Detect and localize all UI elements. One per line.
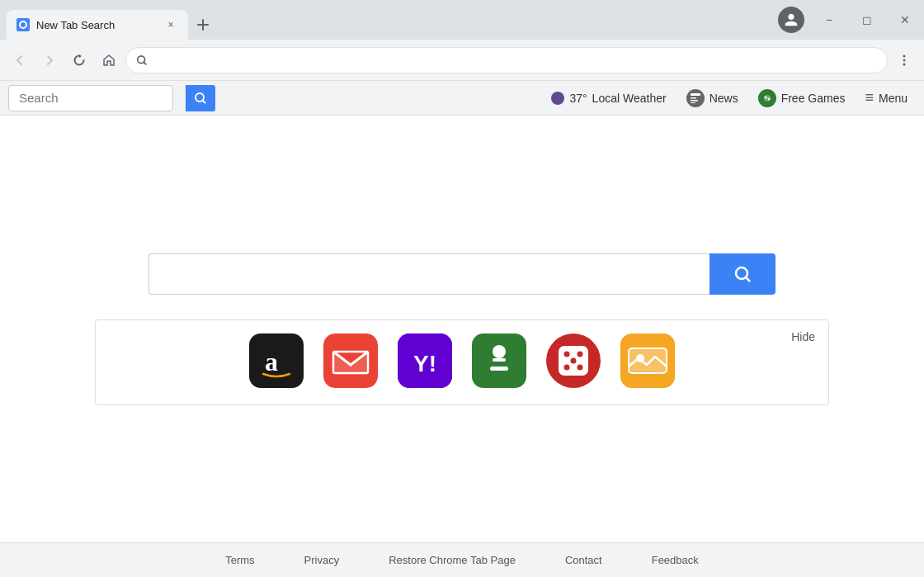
free-games-button[interactable]: Free Games [750, 85, 854, 111]
footer-terms[interactable]: Terms [225, 554, 254, 566]
tab-favicon [16, 18, 30, 31]
weather-icon [551, 92, 564, 105]
footer-contact[interactable]: Contact [565, 554, 602, 566]
svg-point-26 [578, 351, 583, 357]
svg-rect-5 [691, 93, 700, 96]
svg-rect-8 [691, 102, 695, 103]
toolbar-search-button[interactable] [186, 85, 215, 111]
amazon-icon: a [249, 333, 304, 388]
tab-title: New Tab Search [36, 19, 157, 31]
toolbar-search-wrap [8, 85, 173, 111]
refresh-button[interactable] [66, 47, 92, 73]
minimize-button[interactable]: − [810, 0, 848, 40]
news-icon [686, 89, 705, 107]
browser-menu-button[interactable] [891, 47, 917, 73]
shortcuts-row: a [112, 333, 812, 388]
news-label: News [710, 92, 738, 105]
svg-text:Y!: Y! [413, 350, 436, 376]
menu-icon: ≡ [865, 89, 874, 106]
weather-temp: 37° [569, 92, 587, 105]
footer-restore[interactable]: Restore Chrome Tab Page [389, 554, 516, 566]
menu-label: Menu [879, 92, 908, 105]
svg-point-1 [903, 54, 906, 57]
shortcut-photos[interactable] [620, 333, 675, 388]
address-bar [0, 40, 924, 81]
profile-icon [778, 7, 804, 33]
close-button[interactable]: ✕ [886, 0, 924, 40]
shortcut-gmail[interactable] [323, 333, 378, 388]
shortcut-amazon[interactable]: a [249, 333, 304, 388]
forward-button[interactable] [36, 47, 63, 73]
svg-point-27 [571, 357, 577, 363]
toolbar: 37° Local Weather News [0, 81, 924, 116]
shortcut-chess[interactable] [472, 333, 526, 388]
footer-privacy[interactable]: Privacy [304, 554, 340, 566]
hide-button[interactable]: Hide [791, 330, 815, 343]
footer-feedback[interactable]: Feedback [652, 554, 699, 566]
browser-frame: New Tab Search × − ◻ ✕ [0, 0, 924, 577]
svg-rect-15 [323, 333, 378, 388]
tab-bar: New Tab Search × − ◻ ✕ [0, 0, 924, 40]
free-games-icon [758, 89, 776, 107]
shortcuts-panel: Hide a [95, 319, 829, 405]
home-button[interactable] [96, 47, 122, 73]
main-search-input[interactable] [148, 253, 710, 295]
dice-icon [546, 333, 601, 388]
tab-close-button[interactable]: × [163, 17, 178, 32]
photos-icon [620, 333, 675, 388]
toolbar-search-input[interactable] [9, 91, 186, 105]
svg-point-28 [564, 364, 570, 370]
weather-button[interactable]: 37° Local Weather [543, 85, 674, 111]
free-games-label: Free Games [781, 92, 846, 105]
window-controls: − ◻ ✕ [810, 0, 924, 40]
active-tab[interactable]: New Tab Search × [7, 10, 188, 40]
svg-point-20 [493, 345, 506, 358]
yahoo-icon: Y! [398, 333, 452, 388]
gmail-icon [323, 333, 378, 388]
svg-point-11 [767, 97, 770, 100]
back-button[interactable] [7, 47, 33, 73]
svg-point-29 [578, 364, 583, 370]
profile-button[interactable] [778, 7, 804, 33]
main-search-button[interactable] [710, 253, 776, 295]
svg-point-3 [903, 63, 906, 65]
news-button[interactable]: News [678, 85, 747, 111]
restore-button[interactable]: ◻ [848, 0, 886, 40]
main-search-wrap [148, 253, 776, 295]
svg-text:a: a [265, 347, 278, 376]
address-input[interactable] [125, 47, 888, 73]
svg-rect-6 [691, 97, 696, 99]
svg-point-2 [903, 59, 906, 61]
footer: Terms Privacy Restore Chrome Tab Page Co… [0, 542, 924, 577]
weather-label: Local Weather [592, 92, 667, 105]
shortcut-yahoo[interactable]: Y! [398, 333, 452, 388]
address-search-icon [136, 54, 148, 66]
svg-rect-21 [493, 358, 506, 362]
shortcut-dice[interactable] [546, 333, 601, 388]
page-content: Hide a [0, 116, 924, 542]
menu-button[interactable]: ≡ Menu [856, 85, 916, 111]
svg-rect-7 [691, 100, 698, 102]
svg-point-25 [564, 351, 570, 357]
svg-point-10 [764, 96, 766, 98]
svg-rect-22 [490, 367, 508, 371]
new-tab-button[interactable] [191, 13, 214, 36]
chess-icon [472, 333, 526, 388]
